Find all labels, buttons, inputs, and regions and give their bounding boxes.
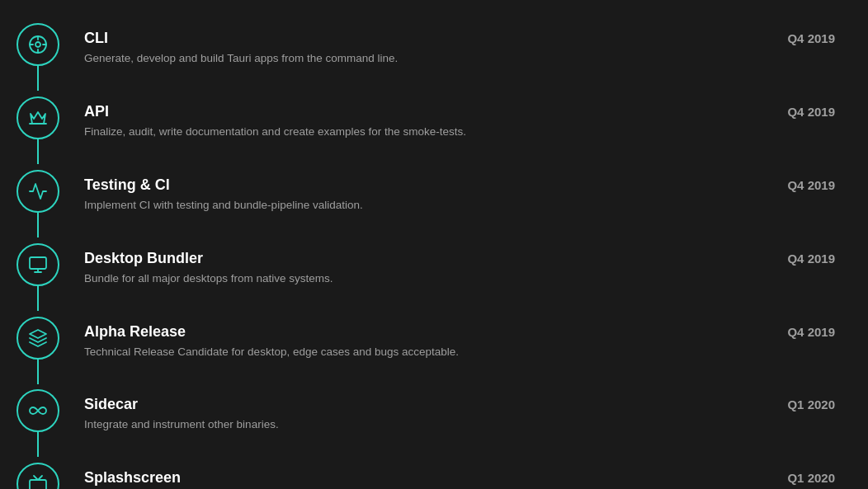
timeline-line-alpha-release xyxy=(37,360,39,384)
timeline-line-cli xyxy=(37,66,39,91)
timeline-icon-alpha-release xyxy=(17,317,59,360)
timeline-left-sidecar xyxy=(17,389,59,432)
timeline-desc-cli: Generate, develop and build Tauri apps f… xyxy=(84,51,761,67)
timeline-icon-splashscreen xyxy=(17,463,59,489)
timeline-date-splashscreen: Q1 2020 xyxy=(761,463,835,485)
timeline-container: CLI Generate, develop and build Tauri ap… xyxy=(0,0,868,489)
timeline-line-api xyxy=(37,139,39,164)
timeline-icon-desktop-bundler xyxy=(17,243,59,286)
timeline-date-testing-ci: Q4 2019 xyxy=(761,170,835,192)
timeline-row-splashscreen: Splashscreen Use a splashscreen while th… xyxy=(84,463,835,489)
timeline-item-splashscreen: Splashscreen Use a splashscreen while th… xyxy=(17,448,835,489)
timeline-line-testing-ci xyxy=(37,213,39,237)
timeline-date-sidecar: Q1 2020 xyxy=(761,389,835,411)
timeline-left-alpha-release xyxy=(17,317,59,360)
timeline-line-desktop-bundler xyxy=(37,286,39,311)
timeline-item-sidecar: Sidecar Integrate and instrument other b… xyxy=(17,374,835,448)
timeline-item-desktop-bundler: Desktop Bundler Bundle for all major des… xyxy=(17,228,835,302)
timeline-content-splashscreen: Splashscreen Use a splashscreen while th… xyxy=(84,463,761,489)
timeline-content-alpha-release: Alpha Release Technical Release Candidat… xyxy=(84,317,761,360)
timeline-desc-api: Finalize, audit, write documentation and… xyxy=(84,125,761,140)
timeline-row-alpha-release: Alpha Release Technical Release Candidat… xyxy=(84,317,835,360)
timeline-row-cli: CLI Generate, develop and build Tauri ap… xyxy=(84,23,835,67)
svg-point-5 xyxy=(35,42,40,47)
timeline-date-desktop-bundler: Q4 2019 xyxy=(761,243,835,266)
svg-marker-9 xyxy=(30,330,46,338)
timeline-icon-sidecar xyxy=(17,389,59,432)
timeline-title-testing-ci: Testing & CI xyxy=(84,176,761,194)
timeline-item-cli: CLI Generate, develop and build Tauri ap… xyxy=(17,8,835,82)
timeline-desc-sidecar: Integrate and instrument other binaries. xyxy=(84,417,761,433)
timeline-row-desktop-bundler: Desktop Bundler Bundle for all major des… xyxy=(84,243,835,287)
timeline-title-desktop-bundler: Desktop Bundler xyxy=(84,250,761,267)
timeline-title-sidecar: Sidecar xyxy=(84,396,761,413)
svg-rect-6 xyxy=(30,257,46,269)
timeline-title-cli: CLI xyxy=(84,30,761,47)
timeline-row-api: API Finalize, audit, write documentation… xyxy=(84,96,835,140)
svg-rect-10 xyxy=(30,480,46,489)
timeline-title-splashscreen: Splashscreen xyxy=(84,469,761,487)
timeline-date-cli: Q4 2019 xyxy=(761,23,835,45)
timeline-line-sidecar xyxy=(37,432,39,457)
timeline-row-sidecar: Sidecar Integrate and instrument other b… xyxy=(84,389,835,433)
timeline-row-testing-ci: Testing & CI Implement CI with testing a… xyxy=(84,170,835,214)
timeline-item-api: API Finalize, audit, write documentation… xyxy=(17,82,835,155)
timeline-icon-cli xyxy=(17,23,59,66)
timeline-content-cli: CLI Generate, develop and build Tauri ap… xyxy=(84,23,761,67)
timeline-left-splashscreen xyxy=(17,463,59,489)
timeline-desc-alpha-release: Technical Release Candidate for desktop,… xyxy=(84,345,761,360)
timeline-item-testing-ci: Testing & CI Implement CI with testing a… xyxy=(17,155,835,228)
timeline-item-alpha-release: Alpha Release Technical Release Candidat… xyxy=(17,302,835,375)
timeline-left-desktop-bundler xyxy=(17,243,59,286)
timeline-title-alpha-release: Alpha Release xyxy=(84,323,761,341)
timeline-icon-testing-ci xyxy=(17,170,59,213)
timeline-icon-api xyxy=(17,96,59,139)
timeline-desc-testing-ci: Implement CI with testing and bundle-pip… xyxy=(84,198,761,214)
timeline-content-desktop-bundler: Desktop Bundler Bundle for all major des… xyxy=(84,243,761,287)
timeline-content-sidecar: Sidecar Integrate and instrument other b… xyxy=(84,389,761,433)
timeline-left-api xyxy=(17,96,59,139)
timeline-desc-desktop-bundler: Bundle for all major desktops from nativ… xyxy=(84,271,761,287)
timeline-date-alpha-release: Q4 2019 xyxy=(761,317,835,339)
timeline-date-api: Q4 2019 xyxy=(761,96,835,119)
timeline-content-testing-ci: Testing & CI Implement CI with testing a… xyxy=(84,170,761,214)
timeline-content-api: API Finalize, audit, write documentation… xyxy=(84,96,761,140)
timeline-left-testing-ci xyxy=(17,170,59,213)
timeline-left-cli xyxy=(17,23,59,66)
timeline-title-api: API xyxy=(84,103,761,120)
